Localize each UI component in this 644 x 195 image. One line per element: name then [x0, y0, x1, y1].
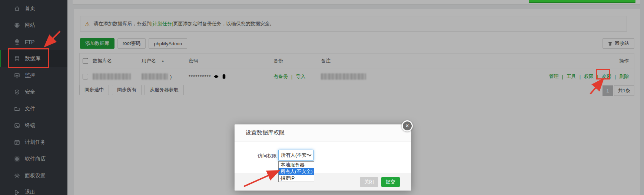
access-permission-label: 访问权限	[258, 153, 277, 159]
close-icon[interactable]: ×	[402, 120, 413, 131]
toast-bar	[529, 0, 635, 3]
select-value: 所有人(不安全	[281, 152, 308, 159]
access-permission-select[interactable]: 所有人(不安全	[278, 150, 313, 161]
option-specified-ip[interactable]: 指定IP	[279, 175, 314, 182]
modal-header: 设置数据库权限	[235, 124, 411, 142]
modal-submit-button[interactable]: 提交	[381, 177, 400, 187]
option-local-server[interactable]: 本地服务器	[279, 162, 314, 168]
option-everyone-unsafe[interactable]: 所有人(不安全)	[279, 168, 314, 175]
select-dropdown-list: 本地服务器 所有人(不安全) 指定IP	[278, 161, 314, 182]
modal-footer: 关闭 提交	[235, 173, 411, 191]
modal-close-button[interactable]: 关闭	[360, 177, 378, 187]
set-permission-modal: 设置数据库权限 × 访问权限 所有人(不安全 本地服务器 所有人(不安全) 指定…	[235, 124, 411, 191]
chevron-down-icon	[308, 154, 312, 157]
modal-title: 设置数据库权限	[246, 129, 285, 136]
